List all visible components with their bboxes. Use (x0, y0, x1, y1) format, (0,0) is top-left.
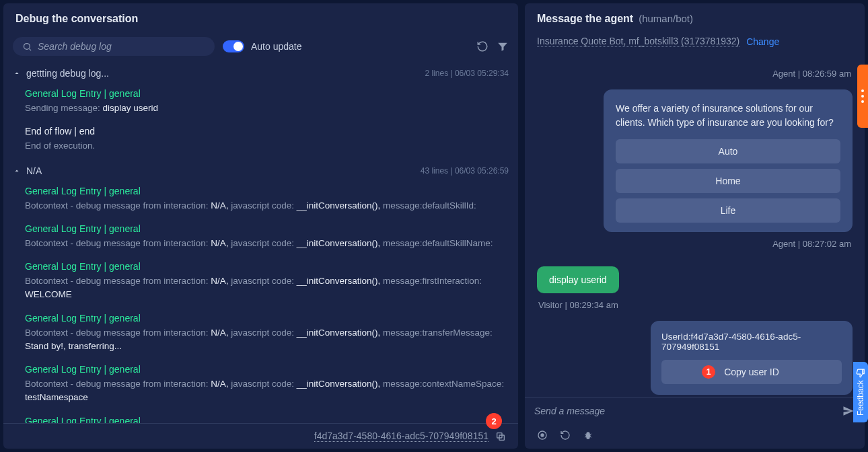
search-input[interactable] (38, 41, 205, 52)
log-container: gettting debug log... 2 lines | 06/03 05… (3, 63, 518, 423)
userid-card: UserId:f4d7a3d7-4580-4616-adc5-707949f08… (651, 321, 853, 395)
log-entry-body: Botcontext - debug message from interact… (25, 199, 509, 213)
log-entry-title: General Log Entry | general (25, 364, 509, 375)
agent-message-text: We offer a variety of insurance solution… (616, 102, 840, 130)
compose-bar (525, 397, 865, 424)
option-auto-button[interactable]: Auto (616, 139, 840, 163)
log-entry-title: General Log Entry | general (25, 313, 509, 324)
undo-icon[interactable] (476, 40, 489, 52)
log-entry: End of flow | end End of execution. (13, 122, 509, 159)
log-entry-title: General Log Entry | general (25, 416, 509, 424)
message-agent-header: Message the agent (human/bot) (525, 3, 865, 33)
feedback-label: Feedback (856, 381, 865, 416)
debug-panel: Debug the conversation Auto update gettt… (3, 3, 518, 449)
log-entry: General Log Entry | general Botcontext -… (13, 360, 509, 412)
copy-userid-button[interactable]: 1 Copy user ID (661, 360, 842, 384)
bug-icon[interactable] (583, 430, 593, 441)
chevron-up-icon (13, 167, 21, 175)
svg-line-1 (30, 48, 32, 50)
log-group-header[interactable]: gettting debug log... 2 lines | 06/03 05… (13, 63, 509, 84)
message-agent-subtitle: (human/bot) (639, 13, 693, 24)
message-meta: Agent | 08:27:02 am (772, 239, 851, 249)
option-life-button[interactable]: Life (616, 198, 840, 223)
log-entry-body: End of execution. (25, 139, 509, 153)
log-entry: General Log Entry | general Sending mess… (13, 84, 509, 122)
log-entry-title: General Log Entry | general (25, 261, 509, 272)
copy-icon[interactable] (495, 431, 506, 442)
debug-footer: 2 f4d7a3d7-4580-4616-adc5-707949f08151 (3, 423, 518, 449)
copy-userid-label: Copy user ID (724, 367, 779, 377)
chevron-up-icon (13, 69, 21, 77)
compose-input[interactable] (534, 406, 835, 416)
badge-1: 1 (702, 365, 715, 379)
log-group-meta: 2 lines | 06/03 05:29:34 (425, 69, 509, 78)
userid-text: UserId:f4d7a3d7-4580-4616-adc5-707949f08… (661, 332, 842, 352)
badge-2: 2 (486, 413, 502, 429)
bot-name[interactable]: Insurance Quote Bot, mf_botskill3 (31737… (537, 36, 739, 47)
visitor-message-bubble: display userid (537, 266, 619, 293)
auto-update-label: Auto update (251, 41, 302, 52)
message-meta: Agent | 08:26:59 am (772, 69, 851, 79)
log-entry-body: Botcontext - debug message from interact… (25, 326, 509, 354)
log-group-title: gettting debug log... (26, 68, 109, 79)
svg-point-5 (541, 434, 544, 437)
message-agent-title: Message the agent (537, 13, 633, 25)
svg-point-0 (24, 43, 30, 49)
chat-scroll: Agent | 08:26:59 am We offer a variety o… (525, 55, 865, 397)
footer-user-id[interactable]: f4d7a3d7-4580-4616-adc5-707949f08151 (314, 430, 489, 442)
message-meta: Visitor | 08:29:34 am (538, 300, 618, 310)
option-home-button[interactable]: Home (616, 169, 840, 193)
log-entry-body: Botcontext - debug message from interact… (25, 377, 509, 405)
debug-panel-title: Debug the conversation (3, 3, 518, 33)
log-entry-title: General Log Entry | general (25, 88, 509, 99)
agent-message-card: We offer a variety of insurance solution… (604, 89, 853, 232)
search-input-wrap[interactable] (13, 37, 215, 56)
log-entry: General Log Entry | general Botcontext -… (13, 219, 509, 257)
change-bot-link[interactable]: Change (746, 36, 779, 47)
message-agent-panel: Message the agent (human/bot) Insurance … (525, 3, 865, 449)
search-icon (22, 42, 32, 52)
side-tab-orange[interactable] (857, 65, 868, 128)
log-entry: General Log Entry | general Botcontext -… (13, 257, 509, 309)
log-entry-title: General Log Entry | general (25, 223, 509, 234)
log-entry: General Log Entry | general Botcontext -… (13, 309, 509, 361)
debug-toolbar: Auto update (3, 33, 518, 63)
log-entry-body: Sending message: display userid (25, 102, 509, 115)
log-entry-body: Botcontext - debug message from interact… (25, 237, 509, 250)
feedback-tab[interactable]: Feedback (853, 362, 868, 422)
filter-icon[interactable] (497, 40, 509, 52)
thumbs-up-icon (856, 369, 865, 378)
log-group-title: N/A (26, 165, 42, 176)
log-entry-body: Botcontext - debug message from interact… (25, 274, 509, 302)
chat-bottom-icons (525, 424, 865, 449)
auto-update-toggle[interactable] (223, 40, 244, 52)
record-icon[interactable] (537, 430, 548, 441)
bot-info-bar: Insurance Quote Bot, mf_botskill3 (31737… (525, 33, 865, 55)
auto-update-toggle-wrap: Auto update (223, 40, 302, 52)
reset-icon[interactable] (560, 430, 571, 441)
log-entry-title: End of flow | end (25, 126, 509, 137)
log-entry-title: General Log Entry | general (25, 186, 509, 196)
log-group-meta: 43 lines | 06/03 05:26:59 (421, 166, 509, 176)
log-entry: General Log Entry | general Botcontext -… (13, 182, 509, 219)
log-entry: General Log Entry | general Botcontext -… (13, 412, 509, 424)
log-group-header[interactable]: N/A 43 lines | 06/03 05:26:59 (13, 160, 509, 182)
